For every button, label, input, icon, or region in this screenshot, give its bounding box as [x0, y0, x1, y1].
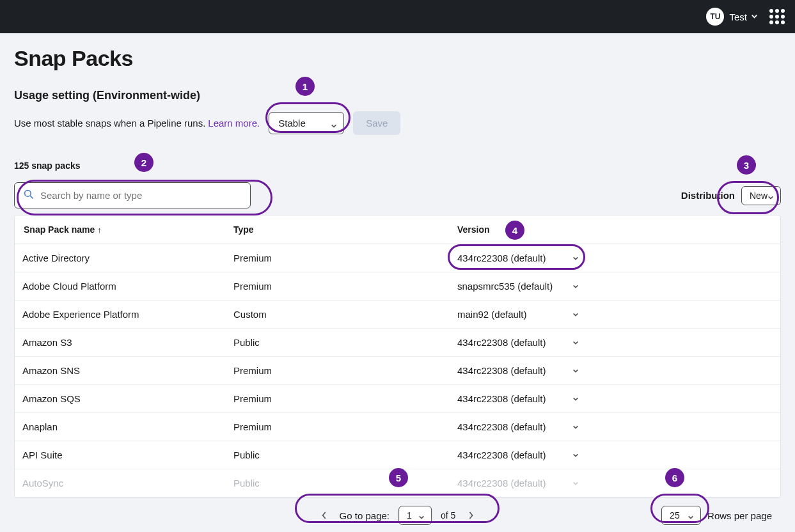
- chevron-down-icon: [688, 512, 694, 519]
- version-value: 434rc22308 (default): [457, 421, 546, 432]
- distribution-select[interactable]: New: [741, 186, 781, 205]
- version-select[interactable]: snapsmrc535 (default): [457, 281, 579, 292]
- chevron-down-icon: [418, 512, 425, 519]
- chevron-down-icon: [767, 192, 774, 199]
- column-header-name[interactable]: Snap Pack name↑: [15, 215, 226, 244]
- cell-type: Premium: [226, 357, 450, 385]
- rows-per-page-select[interactable]: 25: [661, 506, 701, 525]
- version-value: snapsmrc535 (default): [457, 281, 553, 292]
- cell-version: snapsmrc535 (default): [450, 272, 780, 301]
- cell-name: Amazon SQS: [15, 385, 226, 413]
- version-value: main92 (default): [457, 309, 526, 320]
- prev-page-button[interactable]: [318, 509, 331, 522]
- version-select[interactable]: 434rc22308 (default): [457, 450, 579, 460]
- cell-name: Adobe Experience Platform: [15, 301, 226, 329]
- cell-version: 434rc22308 (default): [450, 441, 780, 469]
- chevron-down-icon: [572, 424, 579, 430]
- chevron-down-icon: [572, 452, 579, 458]
- cell-version: 434rc22308 (default): [450, 385, 780, 413]
- svg-line-1: [30, 196, 33, 198]
- cell-version: 434rc22308 (default): [450, 357, 780, 385]
- svg-point-0: [25, 191, 31, 197]
- save-button[interactable]: Save: [353, 111, 400, 135]
- usage-heading: Usage setting (Environment-wide): [14, 89, 781, 102]
- cell-type: Public: [226, 441, 450, 469]
- chevron-down-icon: [572, 340, 579, 346]
- cell-version: 434rc22308 (default): [450, 469, 780, 497]
- table-row: AnaplanPremium434rc22308 (default): [15, 413, 780, 441]
- learn-more-link[interactable]: Learn more.: [208, 118, 260, 129]
- version-value: 434rc22308 (default): [457, 393, 546, 404]
- cell-name: Amazon S3: [15, 329, 226, 357]
- cell-name: Active Directory: [15, 244, 226, 272]
- cell-name: AutoSync: [15, 469, 226, 497]
- user-menu[interactable]: TU Test: [706, 8, 758, 26]
- rows-per-page-label: Rows per page: [707, 510, 772, 521]
- cell-name: API Suite: [15, 441, 226, 469]
- version-value: 434rc22308 (default): [457, 253, 546, 263]
- column-header-type[interactable]: Type: [226, 215, 450, 244]
- version-select[interactable]: 434rc22308 (default): [457, 337, 579, 348]
- next-page-button[interactable]: [464, 509, 477, 522]
- version-select[interactable]: 434rc22308 (default): [457, 478, 579, 489]
- version-select[interactable]: 434rc22308 (default): [457, 393, 579, 404]
- cell-name: Amazon SNS: [15, 357, 226, 385]
- cell-version: 434rc22308 (default): [450, 329, 780, 357]
- version-select[interactable]: 434rc22308 (default): [457, 421, 579, 432]
- cell-name: Adobe Cloud Platform: [15, 272, 226, 301]
- content-area: Snap Packs Usage setting (Environment-wi…: [0, 33, 795, 532]
- goto-page-label: Go to page:: [340, 510, 390, 521]
- cell-type: Public: [226, 329, 450, 357]
- version-select[interactable]: main92 (default): [457, 309, 579, 320]
- chevron-down-icon: [331, 120, 337, 127]
- chevron-down-icon: [572, 368, 579, 374]
- version-value: 434rc22308 (default): [457, 450, 546, 460]
- column-header-version[interactable]: Version: [450, 215, 780, 244]
- search-input-container[interactable]: [14, 182, 251, 208]
- cell-version: 434rc22308 (default): [450, 244, 780, 272]
- apps-grid-icon[interactable]: [769, 9, 785, 24]
- distribution-value: New: [750, 191, 767, 201]
- table-row: Amazon SQSPremium434rc22308 (default): [15, 385, 780, 413]
- of-pages-label: of 5: [441, 510, 455, 520]
- user-name-label: Test: [729, 12, 747, 22]
- cell-name: Anaplan: [15, 413, 226, 441]
- usage-select-value: Stable: [278, 118, 306, 129]
- table-row: AutoSyncPublic434rc22308 (default): [15, 469, 780, 497]
- chevron-down-icon: [751, 12, 758, 22]
- table-row: Active DirectoryPremium434rc22308 (defau…: [15, 244, 780, 272]
- version-value: 434rc22308 (default): [457, 365, 546, 376]
- count-label: 125 snap packs: [14, 160, 781, 171]
- top-bar: TU Test: [0, 0, 795, 33]
- search-input[interactable]: [40, 190, 241, 201]
- page-value: 1: [407, 510, 412, 520]
- usage-select[interactable]: Stable: [269, 112, 344, 134]
- table-row: Adobe Experience PlatformCustommain92 (d…: [15, 301, 780, 329]
- table-row: API SuitePublic434rc22308 (default): [15, 441, 780, 469]
- version-value: 434rc22308 (default): [457, 337, 546, 348]
- version-value: 434rc22308 (default): [457, 478, 546, 489]
- cell-type: Public: [226, 469, 450, 497]
- avatar: TU: [706, 8, 724, 26]
- chevron-down-icon: [572, 283, 579, 290]
- cell-version: 434rc22308 (default): [450, 413, 780, 441]
- cell-version: main92 (default): [450, 301, 780, 329]
- version-select[interactable]: 434rc22308 (default): [457, 253, 579, 263]
- cell-type: Premium: [226, 244, 450, 272]
- page-title: Snap Packs: [14, 46, 781, 71]
- table-row: Adobe Cloud PlatformPremiumsnapsmrc535 (…: [15, 272, 780, 301]
- table-row: Amazon SNSPremium434rc22308 (default): [15, 357, 780, 385]
- rows-per-page-value: 25: [670, 510, 680, 520]
- cell-type: Premium: [226, 272, 450, 301]
- cell-type: Premium: [226, 385, 450, 413]
- chevron-down-icon: [572, 311, 579, 318]
- usage-description: Use most stable snaps when a Pipeline ru…: [14, 118, 205, 129]
- cell-type: Premium: [226, 413, 450, 441]
- version-select[interactable]: 434rc22308 (default): [457, 365, 579, 376]
- chevron-down-icon: [572, 480, 579, 487]
- chevron-down-icon: [572, 255, 579, 262]
- chevron-down-icon: [572, 396, 579, 402]
- page-select[interactable]: 1: [398, 506, 432, 525]
- sort-ascending-icon: ↑: [97, 225, 102, 235]
- snap-packs-table: Snap Pack name↑ Type Version Active Dire…: [14, 215, 781, 498]
